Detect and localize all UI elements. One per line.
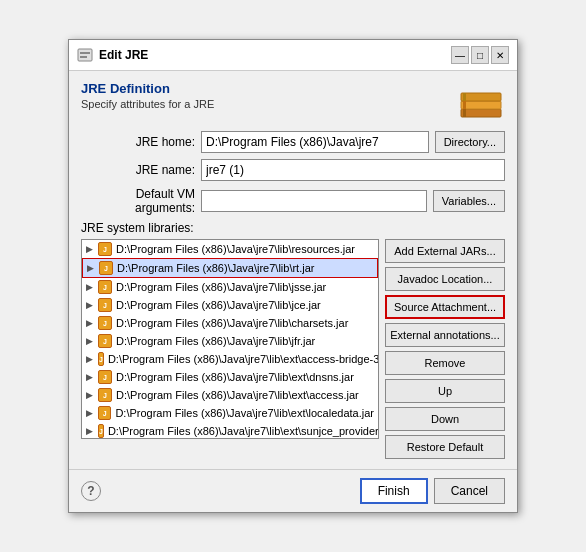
jar-icon: J xyxy=(98,242,112,256)
expand-arrow-icon: ▶ xyxy=(86,390,98,400)
library-path: D:\Program Files (x86)\Java\jre7\lib\ext… xyxy=(108,425,379,437)
jre-home-row: JRE home: Directory... xyxy=(81,131,505,153)
svg-rect-1 xyxy=(80,52,90,54)
header-section: JRE Definition Specify attributes for a … xyxy=(81,81,505,121)
finish-button[interactable]: Finish xyxy=(360,478,428,504)
jar-icon: J xyxy=(98,424,104,438)
list-item[interactable]: ▶JD:\Program Files (x86)\Java\jre7\lib\e… xyxy=(82,350,378,368)
libraries-list[interactable]: ▶JD:\Program Files (x86)\Java\jre7\lib\r… xyxy=(81,239,379,439)
dialog-footer: ? Finish Cancel xyxy=(69,469,517,512)
down-button[interactable]: Down xyxy=(385,407,505,431)
list-item[interactable]: ▶JD:\Program Files (x86)\Java\jre7\lib\e… xyxy=(82,386,378,404)
library-path: D:\Program Files (x86)\Java\jre7\lib\res… xyxy=(116,243,355,255)
vm-args-label: Default VM arguments: xyxy=(81,187,201,215)
svg-rect-2 xyxy=(80,56,87,58)
list-item[interactable]: ▶JD:\Program Files (x86)\Java\jre7\lib\c… xyxy=(82,314,378,332)
expand-arrow-icon: ▶ xyxy=(86,244,98,254)
jre-name-input[interactable] xyxy=(201,159,505,181)
section-subtitle: Specify attributes for a JRE xyxy=(81,98,214,110)
svg-rect-7 xyxy=(463,101,466,109)
jar-icon: J xyxy=(98,280,112,294)
expand-arrow-icon: ▶ xyxy=(86,282,98,292)
remove-button[interactable]: Remove xyxy=(385,351,505,375)
expand-arrow-icon: ▶ xyxy=(86,408,98,418)
title-bar: Edit JRE — □ ✕ xyxy=(69,40,517,71)
restore-default-button[interactable]: Restore Default xyxy=(385,435,505,459)
expand-arrow-icon: ▶ xyxy=(86,318,98,328)
library-path: D:\Program Files (x86)\Java\jre7\lib\ext… xyxy=(116,389,359,401)
vm-args-row: Default VM arguments: Variables... xyxy=(81,187,505,215)
libraries-section: ▶JD:\Program Files (x86)\Java\jre7\lib\r… xyxy=(81,239,505,459)
buttons-panel: Add External JARs... Javadoc Location...… xyxy=(385,239,505,459)
section-title: JRE Definition xyxy=(81,81,214,96)
library-path: D:\Program Files (x86)\Java\jre7\lib\rt.… xyxy=(117,262,314,274)
library-path: D:\Program Files (x86)\Java\jre7\lib\jss… xyxy=(116,281,326,293)
edit-jre-dialog: Edit JRE — □ ✕ JRE Definition Specify at… xyxy=(68,39,518,513)
svg-rect-3 xyxy=(461,109,501,117)
jre-home-input[interactable] xyxy=(201,131,429,153)
jar-icon: J xyxy=(98,352,104,366)
svg-rect-4 xyxy=(461,101,501,109)
vm-args-input[interactable] xyxy=(201,190,427,212)
expand-arrow-icon: ▶ xyxy=(87,263,99,273)
up-button[interactable]: Up xyxy=(385,379,505,403)
library-path: D:\Program Files (x86)\Java\jre7\lib\cha… xyxy=(116,317,348,329)
title-controls: — □ ✕ xyxy=(451,46,509,64)
cancel-button[interactable]: Cancel xyxy=(434,478,505,504)
list-item[interactable]: ▶JD:\Program Files (x86)\Java\jre7\lib\e… xyxy=(82,368,378,386)
close-button[interactable]: ✕ xyxy=(491,46,509,64)
jar-icon: J xyxy=(98,298,112,312)
javadoc-location-button[interactable]: Javadoc Location... xyxy=(385,267,505,291)
jar-icon: J xyxy=(98,316,112,330)
source-attachment-button[interactable]: Source Attachment... xyxy=(385,295,505,319)
expand-arrow-icon: ▶ xyxy=(86,354,98,364)
maximize-button[interactable]: □ xyxy=(471,46,489,64)
svg-rect-6 xyxy=(463,109,466,117)
jar-icon: J xyxy=(98,388,112,402)
jar-icon: J xyxy=(98,370,112,384)
external-annotations-button[interactable]: External annotations... xyxy=(385,323,505,347)
jar-icon: J xyxy=(98,406,111,420)
expand-arrow-icon: ▶ xyxy=(86,372,98,382)
help-icon: ? xyxy=(87,484,94,498)
library-path: D:\Program Files (x86)\Java\jre7\lib\ext… xyxy=(115,407,374,419)
minimize-button[interactable]: — xyxy=(451,46,469,64)
list-item[interactable]: ▶JD:\Program Files (x86)\Java\jre7\lib\r… xyxy=(82,240,378,258)
jar-icon: J xyxy=(98,334,112,348)
list-item[interactable]: ▶JD:\Program Files (x86)\Java\jre7\lib\j… xyxy=(82,332,378,350)
directory-button[interactable]: Directory... xyxy=(435,131,505,153)
jre-name-row: JRE name: xyxy=(81,159,505,181)
footer-buttons: Finish Cancel xyxy=(360,478,505,504)
expand-arrow-icon: ▶ xyxy=(86,300,98,310)
library-path: D:\Program Files (x86)\Java\jre7\lib\ext… xyxy=(108,353,379,365)
jre-name-label: JRE name: xyxy=(81,163,201,177)
jar-icon: J xyxy=(99,261,113,275)
list-item[interactable]: ▶JD:\Program Files (x86)\Java\jre7\lib\e… xyxy=(82,404,378,422)
svg-rect-0 xyxy=(78,49,92,61)
dialog-icon xyxy=(77,47,93,63)
svg-rect-8 xyxy=(463,93,466,101)
list-item[interactable]: ▶JD:\Program Files (x86)\Java\jre7\lib\r… xyxy=(82,258,378,278)
library-path: D:\Program Files (x86)\Java\jre7\lib\jfr… xyxy=(116,335,315,347)
list-item[interactable]: ▶JD:\Program Files (x86)\Java\jre7\lib\e… xyxy=(82,422,378,439)
library-path: D:\Program Files (x86)\Java\jre7\lib\ext… xyxy=(116,371,354,383)
list-item[interactable]: ▶JD:\Program Files (x86)\Java\jre7\lib\j… xyxy=(82,278,378,296)
header-text: JRE Definition Specify attributes for a … xyxy=(81,81,214,110)
library-path: D:\Program Files (x86)\Java\jre7\lib\jce… xyxy=(116,299,321,311)
expand-arrow-icon: ▶ xyxy=(86,426,98,436)
variables-button[interactable]: Variables... xyxy=(433,190,505,212)
svg-rect-5 xyxy=(461,93,501,101)
dialog-content: JRE Definition Specify attributes for a … xyxy=(69,71,517,469)
add-external-jars-button[interactable]: Add External JARs... xyxy=(385,239,505,263)
list-item[interactable]: ▶JD:\Program Files (x86)\Java\jre7\lib\j… xyxy=(82,296,378,314)
expand-arrow-icon: ▶ xyxy=(86,336,98,346)
dialog-title: Edit JRE xyxy=(99,48,148,62)
jre-home-label: JRE home: xyxy=(81,135,201,149)
libraries-label: JRE system libraries: xyxy=(81,221,505,235)
help-button[interactable]: ? xyxy=(81,481,101,501)
jre-icon xyxy=(457,81,505,121)
